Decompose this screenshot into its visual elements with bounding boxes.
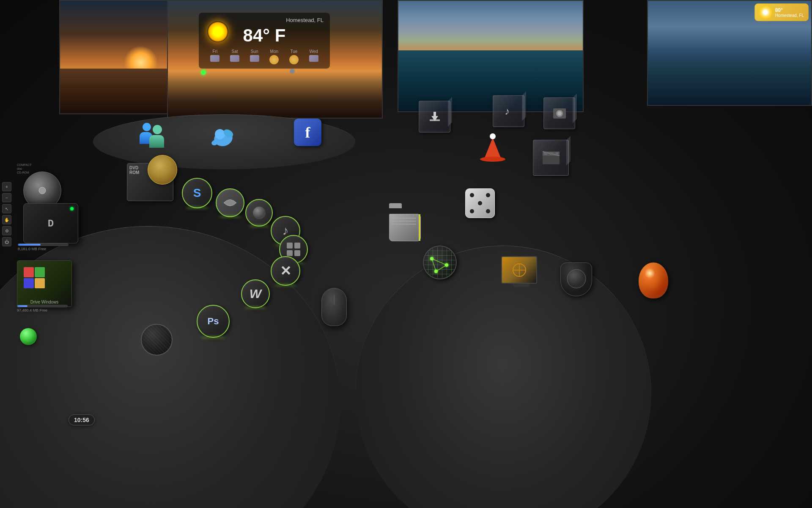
svg-rect-18 [544, 152, 547, 155]
weather-forecast: Fri Sat Sun Mon Tue Wed [205, 49, 324, 64]
weather-day-sun: Sun [250, 49, 259, 64]
svg-line-22 [436, 265, 447, 271]
hdd-letter: D [48, 218, 54, 229]
weather-corner-temp: 80° [775, 7, 804, 13]
progress-dot-1 [201, 70, 206, 75]
weather-corner-info: 80° Homestead, FL [775, 7, 804, 18]
dice-icon[interactable] [465, 188, 495, 218]
app-icon-2[interactable] [245, 199, 273, 226]
glowing-egg-icon[interactable] [639, 262, 672, 303]
sidebar-zoom-out[interactable]: − [2, 193, 11, 202]
word-icon[interactable]: W [241, 279, 270, 308]
svg-rect-10 [433, 112, 436, 117]
svg-point-14 [557, 111, 562, 116]
svg-rect-7 [294, 250, 300, 256]
svg-rect-6 [287, 250, 293, 256]
weather-widget: Homestead, FL 84° F Fri Sat Sun Mon Tue … [199, 13, 330, 69]
day-label-tue: Tue [291, 49, 298, 54]
sidebar-settings[interactable]: ⚙ [2, 226, 11, 235]
windows-storage-label: 97,480.4 MB Free [17, 308, 68, 312]
weather-day-wed: Wed [309, 49, 318, 64]
day-icon-mon [269, 55, 279, 64]
day-label-sun: Sun [251, 49, 258, 54]
weather-corner-location: Homestead, FL [775, 13, 804, 18]
sidebar-left: + − ↖ ✋ ⚙ ⏻ [2, 182, 11, 246]
day-label-sat: Sat [231, 49, 238, 54]
earth-browser-icon[interactable] [141, 324, 175, 358]
app-icon-1[interactable] [216, 188, 244, 217]
cd-storage-bar: 8,181.0 MB Free [18, 243, 69, 251]
clock-time: 10:56 [74, 417, 89, 423]
facebook-shape: f [294, 119, 321, 146]
weather-sun-icon [205, 19, 230, 44]
green-ball-icon[interactable] [20, 328, 37, 345]
network-globe-icon[interactable] [423, 246, 461, 284]
weather-corner-widget[interactable]: 80° Homestead, FL [754, 3, 809, 21]
cd-rom-label: COMPACTdiscCD-ROM [17, 163, 31, 174]
sidebar-cursor[interactable]: ↖ [2, 204, 11, 213]
monitor-display-icon[interactable] [501, 256, 541, 292]
photo-icon[interactable] [543, 97, 575, 129]
photoshop-icon[interactable]: Ps [197, 305, 230, 338]
day-icon-tue [289, 55, 299, 64]
cd-storage-label: 8,181.0 MB Free [18, 247, 69, 251]
day-icon-fri [210, 55, 219, 62]
hdd-drive[interactable]: D [23, 203, 78, 243]
clock-widget: 10:56 [69, 414, 95, 425]
dvd-label: DVDROM [129, 166, 139, 175]
vlc-cone-icon[interactable] [478, 131, 508, 165]
hdd-led [70, 207, 74, 210]
weather-corner-sun-icon [759, 6, 772, 19]
windows-drive[interactable]: Drive Windows [17, 260, 72, 307]
speaker-icon[interactable] [560, 262, 596, 298]
mouse-device-icon[interactable] [319, 288, 349, 330]
day-label-mon: Mon [270, 49, 278, 54]
day-icon-sat [230, 55, 239, 62]
windows-storage-bar: 97,480.4 MB Free [17, 305, 68, 312]
svg-rect-4 [287, 243, 293, 248]
svg-rect-5 [294, 243, 300, 248]
windows-logo [24, 267, 49, 293]
windows-live-icon[interactable] [137, 121, 169, 152]
day-icon-wed [309, 55, 318, 62]
twitter-icon[interactable] [207, 125, 237, 155]
facebook-icon[interactable]: f [294, 119, 321, 146]
weather-day-mon: Mon [269, 49, 279, 64]
svg-point-1 [215, 129, 225, 139]
weather-day-sat: Sat [230, 49, 239, 64]
sidebar-power[interactable]: ⏻ [2, 237, 11, 246]
svg-line-23 [432, 259, 436, 271]
weather-day-fri: Fri [210, 49, 219, 64]
sidebar-hand[interactable]: ✋ [2, 215, 11, 224]
download-icon[interactable] [419, 101, 450, 133]
progress-dot-2 [290, 69, 295, 74]
music-note-icon[interactable]: ♪ [493, 95, 524, 127]
folder-document-icon[interactable] [389, 203, 423, 241]
svg-text:♪: ♪ [505, 105, 510, 117]
day-label-fri: Fri [212, 49, 217, 54]
day-label-wed: Wed [309, 49, 318, 54]
day-icon-sun [250, 55, 259, 62]
weather-day-tue: Tue [289, 49, 299, 64]
skype-icon[interactable]: S [182, 178, 212, 208]
dvd-drive[interactable]: DVDROM [127, 163, 173, 201]
x-app-icon[interactable]: ✕ [271, 256, 300, 286]
film-icon[interactable] [533, 140, 569, 176]
svg-rect-20 [556, 152, 558, 155]
svg-line-21 [432, 259, 447, 265]
sidebar-zoom-in[interactable]: + [2, 182, 11, 191]
dvd-disc [148, 155, 177, 185]
windows-drive-label: Drive Windows [17, 300, 71, 304]
svg-rect-19 [550, 152, 553, 155]
monitor-right [398, 0, 584, 112]
